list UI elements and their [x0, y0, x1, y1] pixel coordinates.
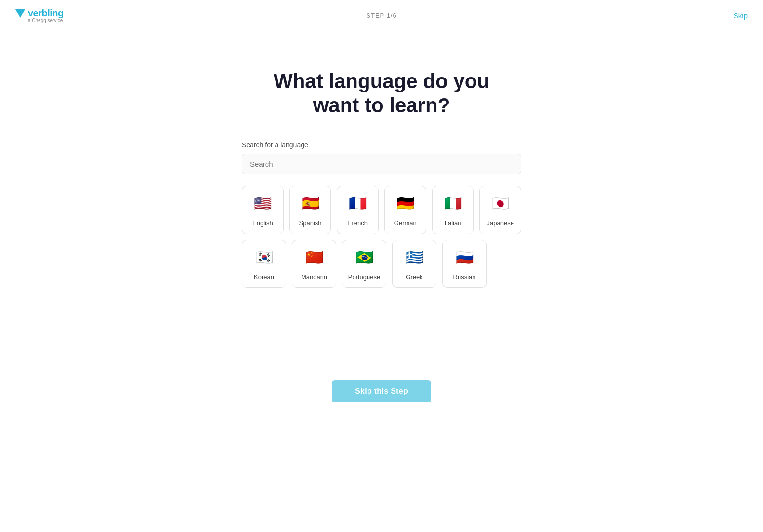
language-row-2: 🇰🇷Korean🇨🇳Mandarin🇧🇷Portuguese🇬🇷Greek🇷🇺R…	[242, 240, 521, 288]
language-card-german[interactable]: 🇩🇪German	[384, 186, 426, 234]
language-name-portuguese: Portuguese	[348, 273, 381, 281]
step-indicator: STEP 1/6	[366, 12, 396, 19]
page-title: What language do you want to learn?	[274, 69, 489, 118]
language-name-japanese: Japanese	[487, 220, 514, 227]
language-name-french: French	[348, 220, 367, 227]
search-section: Search for a language	[242, 141, 521, 174]
main-content: What language do you want to learn? Sear…	[0, 31, 763, 402]
language-name-greek: Greek	[406, 273, 422, 281]
language-name-mandarin: Mandarin	[301, 273, 327, 281]
logo-text: verbling	[28, 8, 64, 19]
language-name-spanish: Spanish	[299, 220, 322, 227]
page-header: verbling a Chegg service STEP 1/6 Skip	[0, 0, 763, 31]
language-card-korean[interactable]: 🇰🇷Korean	[242, 240, 286, 288]
flag-japanese: 🇯🇵	[489, 193, 512, 215]
language-name-korean: Korean	[254, 273, 274, 281]
skip-step-button[interactable]: Skip this Step	[332, 380, 431, 402]
logo-triangle-icon	[15, 9, 25, 18]
language-card-greek[interactable]: 🇬🇷Greek	[392, 240, 436, 288]
search-label: Search for a language	[242, 141, 521, 149]
flag-german: 🇩🇪	[394, 193, 416, 215]
language-card-spanish[interactable]: 🇪🇸Spanish	[289, 186, 331, 234]
language-card-french[interactable]: 🇫🇷French	[337, 186, 379, 234]
logo: verbling a Chegg service	[15, 8, 64, 23]
search-input[interactable]	[242, 154, 521, 174]
language-card-english[interactable]: 🇺🇸English	[242, 186, 284, 234]
flag-spanish: 🇪🇸	[299, 193, 321, 215]
language-name-english: English	[252, 220, 273, 227]
language-name-german: German	[394, 220, 417, 227]
skip-button[interactable]: Skip	[734, 12, 748, 20]
flag-english: 🇺🇸	[251, 193, 274, 215]
logo-wordmark: verbling	[15, 8, 64, 19]
flag-french: 🇫🇷	[347, 193, 369, 215]
language-row-1: 🇺🇸English🇪🇸Spanish🇫🇷French🇩🇪German🇮🇹Ital…	[242, 186, 521, 234]
logo-sub: a Chegg service	[28, 18, 63, 23]
language-card-italian[interactable]: 🇮🇹Italian	[432, 186, 474, 234]
language-name-italian: Italian	[445, 220, 461, 227]
flag-greek: 🇬🇷	[403, 247, 425, 269]
flag-italian: 🇮🇹	[442, 193, 464, 215]
language-grid: 🇺🇸English🇪🇸Spanish🇫🇷French🇩🇪German🇮🇹Ital…	[242, 186, 521, 294]
flag-korean: 🇰🇷	[253, 247, 275, 269]
flag-portuguese: 🇧🇷	[353, 247, 375, 269]
language-card-japanese[interactable]: 🇯🇵Japanese	[479, 186, 521, 234]
language-card-portuguese[interactable]: 🇧🇷Portuguese	[342, 240, 386, 288]
language-name-russian: Russian	[453, 273, 476, 281]
language-card-russian[interactable]: 🇷🇺Russian	[442, 240, 487, 288]
flag-mandarin: 🇨🇳	[303, 247, 325, 269]
flag-russian: 🇷🇺	[453, 247, 475, 269]
language-card-mandarin[interactable]: 🇨🇳Mandarin	[292, 240, 336, 288]
